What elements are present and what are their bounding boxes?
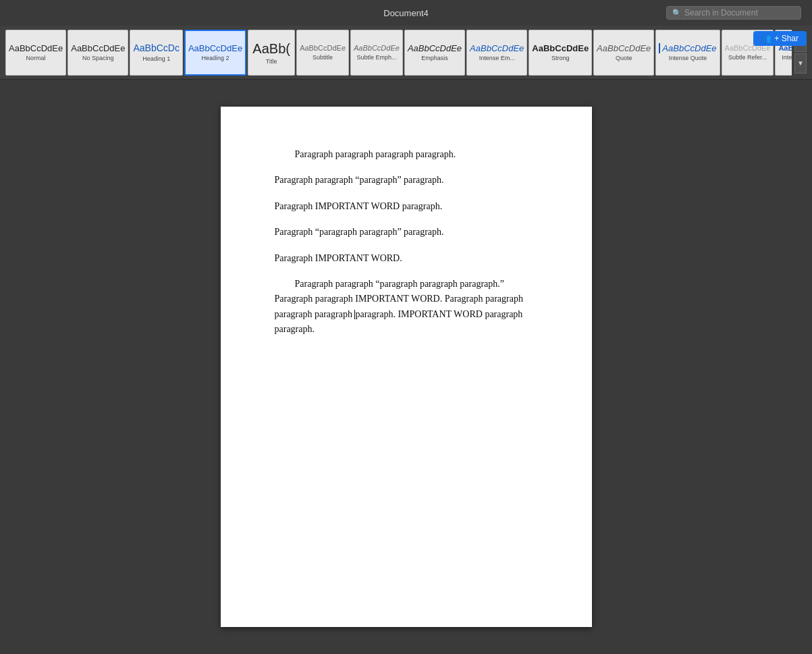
style-item-intense-quote[interactable]: AaBbCcDdEeIntense Quote [655,30,720,76]
style-item-subtitle[interactable]: AaBbCcDdEeSubtitle [296,30,349,76]
style-preview-heading1: AaBbCcDc [133,43,179,54]
styles-gallery: AaBbCcDdEeNormalAaBbCcDdEeNo SpacingAaBb… [5,30,792,76]
search-input[interactable] [684,8,795,18]
style-label-subtitle: Subtitle [313,54,333,61]
style-preview-subtle-emphasis: AaBbCcDdEe [354,44,400,53]
document-page[interactable]: Paragraph paragraph paragraph paragraph.… [221,107,592,627]
style-label-heading1: Heading 1 [142,55,170,62]
style-item-quote[interactable]: AaBbCcDdEeQuote [593,30,654,76]
style-preview-strong: AaBbCcDdEe [532,43,589,54]
style-item-heading1[interactable]: AaBbCcDcHeading 1 [130,30,182,76]
search-icon: 🔍 [672,9,682,18]
style-preview-emphasis: AaBbCcDdEe [408,43,462,54]
text-cursor [354,310,355,319]
style-label-intense-ref: Intense Refer... [782,54,792,61]
style-preview-subtitle: AaBbCcDdEe [300,44,346,53]
style-label-normal: Normal [26,55,46,61]
ribbon-scroll-down[interactable]: ▼ [794,53,807,74]
style-label-subtle-ref: Subtle Refer... [728,54,767,61]
style-label-strong: Strong [551,55,570,61]
search-bar[interactable]: 🔍 [666,6,801,20]
style-item-subtle-emphasis[interactable]: AaBbCcDdEeSubtle Emph... [350,30,403,76]
style-item-intense-emphasis[interactable]: AaBbCcDdEeIntense Em... [466,30,527,76]
style-item-title[interactable]: AaBb(Title [248,30,295,76]
style-preview-title: AaBb( [252,40,290,57]
style-preview-intense-emphasis: AaBbCcDdEe [470,43,524,54]
share-label: + Shar [774,34,799,43]
style-label-subtle-emphasis: Subtle Emph... [356,54,396,61]
styles-ribbon: AaBbCcDdEeNormalAaBbCcDdEeNo SpacingAaBb… [0,26,812,80]
style-item-emphasis[interactable]: AaBbCcDdEeEmphasis [404,30,465,76]
doc-paragraph[interactable]: Paragraph paragraph paragraph paragraph. [275,147,545,162]
doc-paragraph[interactable]: Paragraph paragraph “paragraph paragraph… [275,277,545,337]
doc-paragraph[interactable]: Paragraph IMPORTANT WORD. [275,251,545,266]
style-preview-normal: AaBbCcDdEe [9,43,63,54]
style-preview-quote: AaBbCcDdEe [597,43,651,54]
doc-paragraph[interactable]: Paragraph “paragraph paragraph” paragrap… [275,225,545,240]
style-item-no-spacing[interactable]: AaBbCcDdEeNo Spacing [67,30,128,76]
style-item-strong[interactable]: AaBbCcDdEeStrong [529,30,592,76]
style-label-emphasis: Emphasis [421,55,448,61]
style-preview-heading2: AaBbCcDdEe [188,43,242,54]
style-label-quote: Quote [616,55,632,61]
style-preview-intense-quote: AaBbCcDdEe [659,43,716,54]
style-label-intense-quote: Intense Quote [669,55,707,61]
share-button[interactable]: 👥 + Shar [753,31,807,46]
document-area: Paragraph paragraph paragraph paragraph.… [0,80,812,654]
style-item-normal[interactable]: AaBbCcDdEeNormal [5,30,66,76]
style-label-intense-emphasis: Intense Em... [479,55,515,61]
style-label-no-spacing: No Spacing [82,55,114,61]
share-icon: 👥 [761,34,772,43]
title-bar: Document4 🔍 [0,0,812,26]
style-label-heading2: Heading 2 [201,55,229,61]
document-title: Document4 [383,8,428,18]
doc-paragraph[interactable]: Paragraph IMPORTANT WORD paragraph. [275,199,545,214]
style-preview-no-spacing: AaBbCcDdEe [71,43,125,54]
style-item-heading2[interactable]: AaBbCcDdEeHeading 2 [184,30,246,76]
doc-paragraph[interactable]: Paragraph paragraph “paragraph” paragrap… [275,173,545,188]
style-label-title: Title [266,58,277,65]
